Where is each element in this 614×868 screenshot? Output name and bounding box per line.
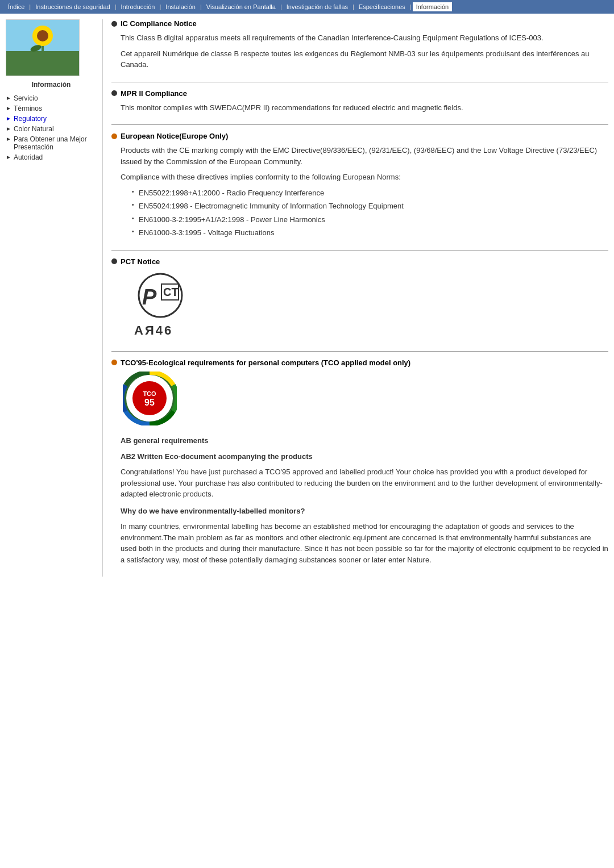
pct-logo-svg: P CT bbox=[132, 272, 194, 326]
sidebar-link-color-natural: Color Natural bbox=[14, 125, 54, 133]
tco-logo-svg: TCO 95 bbox=[123, 372, 177, 425]
ab2-label: AB2 Written Eco-document acompanying the… bbox=[121, 451, 608, 462]
arrow-icon: ► bbox=[6, 126, 11, 132]
nav-item-indice[interactable]: Índice bbox=[5, 2, 28, 11]
divider-1 bbox=[111, 82, 608, 82]
nav-item-visualizacion[interactable]: Visualización en Pantalla bbox=[203, 2, 279, 11]
nav-sep-4: | bbox=[200, 3, 202, 10]
content-area: IC Compliance Notice This Class B digita… bbox=[102, 19, 608, 577]
tco95-content: TCO 95 AB general requirements AB2 Writt… bbox=[121, 372, 608, 566]
ic-compliance-title: IC Compliance Notice bbox=[111, 19, 608, 28]
sidebar-item-servicio[interactable]: ► Servicio bbox=[6, 94, 97, 102]
ic-para-2: Cet appareil Numérique de classe B respe… bbox=[121, 48, 608, 70]
why-label: Why do we have environmentally-labelled … bbox=[121, 506, 608, 517]
svg-text:CT: CT bbox=[163, 286, 179, 298]
norm-item-3: EN61000-3-2:1995+A1/A2:1998 - Power Line… bbox=[132, 214, 608, 226]
norm-item-4: EN61000-3-3:1995 - Voltage Fluctuations bbox=[132, 227, 608, 239]
nav-item-investigacion[interactable]: Investigación de fallas bbox=[283, 2, 351, 11]
sidebar-link-para-obtener: Para Obtener una Mejor Presentación bbox=[14, 135, 97, 151]
sidebar-item-regulatory[interactable]: ► Regulatory bbox=[6, 115, 97, 123]
pct-logo-area: P CT АЯ46 bbox=[121, 272, 608, 340]
nav-sep-5: | bbox=[280, 3, 282, 10]
arrow-icon: ► bbox=[6, 95, 11, 101]
sidebar-link-terminos: Términos bbox=[14, 105, 42, 112]
tco95-bullet bbox=[111, 360, 117, 365]
ic-bullet bbox=[111, 21, 117, 27]
divider-2 bbox=[111, 124, 608, 125]
pct-notice-section: PCT Notice P CT АЯ46 bbox=[111, 257, 608, 340]
sidebar-item-autoridad[interactable]: ► Autoridad bbox=[6, 153, 97, 161]
sidebar-section-label: Información bbox=[6, 81, 97, 89]
european-norms-list: EN55022:1998+A1:2000 - Radio Frequency I… bbox=[132, 187, 608, 239]
mpr-compliance-content: This monitor complies with SWEDAC(MPR II… bbox=[121, 102, 608, 114]
pct-bullet bbox=[111, 258, 117, 264]
ic-compliance-label: IC Compliance Notice bbox=[121, 19, 197, 28]
svg-text:95: 95 bbox=[144, 398, 155, 407]
european-para-2: Compliance with these directives implies… bbox=[121, 172, 608, 183]
sidebar-link-autoridad: Autoridad bbox=[14, 153, 43, 161]
svg-text:P: P bbox=[142, 285, 157, 309]
european-notice-section: European Notice(Europe Only) Products wi… bbox=[111, 132, 608, 239]
sidebar-item-terminos[interactable]: ► Términos bbox=[6, 105, 97, 112]
ab-general-bold: AB general requirements bbox=[121, 436, 209, 445]
nav-item-informacion[interactable]: Información bbox=[413, 2, 452, 11]
ic-compliance-section: IC Compliance Notice This Class B digita… bbox=[111, 19, 608, 70]
mpr-compliance-label: MPR II Compliance bbox=[121, 89, 187, 98]
main-container: Información ► Servicio ► Términos ► Regu… bbox=[0, 14, 614, 582]
arrow-icon: ► bbox=[6, 154, 11, 160]
ic-para-1: This Class B digital apparatus meets all… bbox=[121, 32, 608, 44]
thumbnail-svg bbox=[6, 20, 80, 76]
mpr-bullet bbox=[111, 90, 117, 96]
european-notice-label: European Notice(Europe Only) bbox=[121, 132, 228, 140]
ab-general-label: AB general requirements bbox=[121, 435, 608, 446]
divider-4 bbox=[111, 351, 608, 352]
norm-item-2: EN55024:1998 - Electromagnetic Immunity … bbox=[132, 201, 608, 212]
arrow-icon: ► bbox=[6, 136, 11, 142]
pct-notice-title: PCT Notice bbox=[111, 257, 608, 266]
why-subsection: Why do we have environmentally-labelled … bbox=[121, 506, 608, 566]
sidebar-item-color-natural[interactable]: ► Color Natural bbox=[6, 125, 97, 133]
pct-notice-label: PCT Notice bbox=[121, 257, 160, 266]
ab2-bold: AB2 Written Eco-document acompanying the… bbox=[121, 452, 313, 461]
nav-item-introduccion[interactable]: Introducción bbox=[118, 2, 159, 11]
arrow-icon: ► bbox=[6, 115, 11, 122]
divider-3 bbox=[111, 250, 608, 251]
european-notice-title: European Notice(Europe Only) bbox=[111, 132, 608, 140]
mpr-compliance-title: MPR II Compliance bbox=[111, 89, 608, 98]
european-notice-content: Products with the CE marking comply with… bbox=[121, 145, 608, 239]
sidebar-link-servicio: Servicio bbox=[14, 94, 38, 102]
tco95-section: TCO'95-Ecological requirements for perso… bbox=[111, 358, 608, 566]
nav-item-seguridad[interactable]: Instrucciones de seguridad bbox=[32, 2, 113, 11]
svg-point-4 bbox=[37, 30, 48, 41]
tco95-title: TCO'95-Ecological requirements for perso… bbox=[111, 358, 608, 367]
ic-compliance-content: This Class B digital apparatus meets all… bbox=[121, 32, 608, 70]
mpr-para-1: This monitor complies with SWEDAC(MPR II… bbox=[121, 102, 608, 114]
nav-sep-3: | bbox=[159, 3, 161, 10]
nav-item-especificaciones[interactable]: Especificaciones bbox=[355, 2, 409, 11]
pct-logo: P CT АЯ46 bbox=[132, 272, 608, 340]
sidebar: Información ► Servicio ► Términos ► Regu… bbox=[6, 19, 102, 577]
nav-sep-6: | bbox=[352, 3, 354, 10]
mpr-compliance-section: MPR II Compliance This monitor complies … bbox=[111, 89, 608, 114]
arrow-icon: ► bbox=[6, 105, 11, 111]
european-bullet bbox=[111, 133, 117, 139]
tco-logo-container: TCO 95 bbox=[123, 372, 608, 429]
sidebar-link-regulatory: Regulatory bbox=[14, 115, 47, 123]
norm-item-1: EN55022:1998+A1:2000 - Radio Frequency I… bbox=[132, 187, 608, 199]
nav-sep-2: | bbox=[115, 3, 117, 10]
why-text: In many countries, environmental labelli… bbox=[121, 521, 608, 565]
ab2-text: Congratulations! You have just purchased… bbox=[121, 466, 608, 500]
nav-sep-1: | bbox=[29, 3, 31, 10]
nav-sep-7: | bbox=[410, 3, 412, 10]
ab-general-subsection: AB general requirements AB2 Written Eco-… bbox=[121, 435, 608, 500]
why-bold: Why do we have environmentally-labelled … bbox=[121, 507, 305, 515]
sidebar-item-para-obtener[interactable]: ► Para Obtener una Mejor Presentación bbox=[6, 135, 97, 151]
tco95-label: TCO'95-Ecological requirements for perso… bbox=[121, 358, 410, 367]
european-para-1: Products with the CE marking comply with… bbox=[121, 145, 608, 167]
navigation-bar: Índice | Instrucciones de seguridad | In… bbox=[0, 0, 614, 14]
pct-ar46-text: АЯ46 bbox=[134, 321, 173, 340]
nav-item-instalacion[interactable]: Instalación bbox=[162, 2, 199, 11]
svg-text:TCO: TCO bbox=[143, 390, 156, 397]
sidebar-thumbnail bbox=[6, 19, 80, 76]
